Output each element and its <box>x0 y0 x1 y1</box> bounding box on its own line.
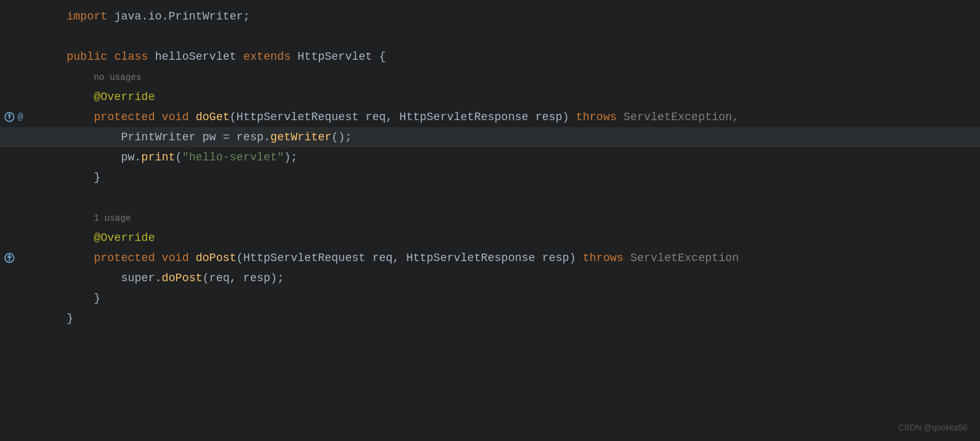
token: resp <box>236 131 263 143</box>
token: HttpServletResponse <box>406 252 542 264</box>
code-line: @ protected void doGet(HttpServletReques… <box>0 107 980 127</box>
token: ( <box>236 252 243 264</box>
token: public <box>67 50 114 63</box>
watermark: CSDN @quokka56 <box>898 423 967 432</box>
token: ServletException, <box>624 111 739 123</box>
code-line: @Override <box>0 87 980 107</box>
token: no usages <box>94 72 141 82</box>
code-line: } <box>0 167 980 187</box>
code-line: no usages <box>0 67 980 87</box>
code-line: protected void doPost(HttpServletRequest… <box>0 248 980 268</box>
token: throws <box>583 252 630 264</box>
token: } <box>67 312 74 325</box>
token: pw <box>121 151 135 164</box>
token: helloServlet <box>155 50 243 63</box>
token: (req, resp); <box>202 272 284 284</box>
line-content: public class helloServlet extends HttpSe… <box>38 50 980 63</box>
token: pw <box>202 131 216 143</box>
token: void <box>162 111 195 123</box>
line-content: } <box>38 292 980 304</box>
token: = <box>216 131 236 143</box>
token: . <box>155 272 162 284</box>
override-at-icon[interactable]: @ <box>4 111 23 123</box>
token: protected <box>94 252 162 264</box>
code-line: PrintWriter pw = resp.getWriter(); <box>0 127 980 147</box>
token: ServletException <box>630 252 739 264</box>
token: super <box>121 272 155 284</box>
code-line: } <box>0 288 980 308</box>
token: HttpServlet { <box>297 50 385 63</box>
line-content: no usages <box>38 70 980 83</box>
line-content: protected void doGet(HttpServletRequest … <box>38 111 980 123</box>
line-content: } <box>38 312 980 325</box>
code-line <box>0 187 980 208</box>
token: req <box>372 252 392 264</box>
token: class <box>114 50 155 63</box>
token: "hello-servlet" <box>182 151 284 164</box>
token: java.io.PrintWriter; <box>114 10 250 23</box>
token: , <box>386 111 400 123</box>
line-content: pw.print("hello-servlet"); <box>38 151 980 164</box>
line-content: PrintWriter pw = resp.getWriter(); <box>38 131 980 143</box>
code-line: public class helloServlet extends HttpSe… <box>0 47 980 67</box>
token: ) <box>569 252 583 264</box>
line-content: import java.io.PrintWriter; <box>38 10 980 23</box>
code-line: 1 usage <box>0 208 980 228</box>
token: , <box>393 252 407 264</box>
code-line: pw.print("hello-servlet"); <box>0 147 980 167</box>
token: . <box>135 151 141 164</box>
token: throws <box>576 111 624 123</box>
token: ) <box>563 111 576 123</box>
code-line: import java.io.PrintWriter; <box>0 6 980 26</box>
code-line: super.doPost(req, resp); <box>0 268 980 288</box>
line-content: } <box>38 171 980 184</box>
line-content: protected void doPost(HttpServletRequest… <box>38 252 980 264</box>
code-line <box>0 26 980 47</box>
token: doPost <box>162 272 202 284</box>
override-icon[interactable] <box>4 252 15 264</box>
token: resp <box>542 252 569 264</box>
token: import <box>67 10 114 23</box>
code-line: @Override <box>0 228 980 248</box>
token: void <box>162 252 195 264</box>
token: protected <box>94 111 162 123</box>
token: @Override <box>94 91 155 103</box>
token: ( <box>229 111 236 123</box>
token: HttpServletRequest <box>236 111 365 123</box>
line-content: @Override <box>38 232 980 244</box>
token: extends <box>243 50 297 63</box>
token: PrintWriter <box>121 131 202 143</box>
line-content: super.doPost(req, resp); <box>38 272 980 284</box>
token: . <box>263 131 270 143</box>
token: doGet <box>195 111 229 123</box>
token: HttpServletRequest <box>243 252 372 264</box>
code-line: } <box>0 308 980 328</box>
line-content: @Override <box>38 91 980 103</box>
token: @Override <box>94 232 155 244</box>
token: getWriter <box>270 131 331 143</box>
token: doPost <box>195 252 236 264</box>
svg-marker-1 <box>8 113 11 116</box>
token: resp <box>535 111 562 123</box>
token: (); <box>331 131 351 143</box>
gutter-svg-icon <box>4 111 18 123</box>
token: ); <box>284 151 298 164</box>
token: } <box>94 292 101 304</box>
token: HttpServletResponse <box>399 111 535 123</box>
token: } <box>94 171 101 184</box>
line-content: 1 usage <box>38 211 980 224</box>
token: req <box>365 111 385 123</box>
token: 1 usage <box>94 213 131 223</box>
svg-marker-4 <box>7 254 12 258</box>
at-symbol: @ <box>18 112 23 123</box>
token: print <box>141 151 175 164</box>
code-editor: import java.io.PrintWriter;public class … <box>0 0 980 441</box>
gutter-svg-icon <box>4 252 15 264</box>
token: ( <box>175 151 182 164</box>
